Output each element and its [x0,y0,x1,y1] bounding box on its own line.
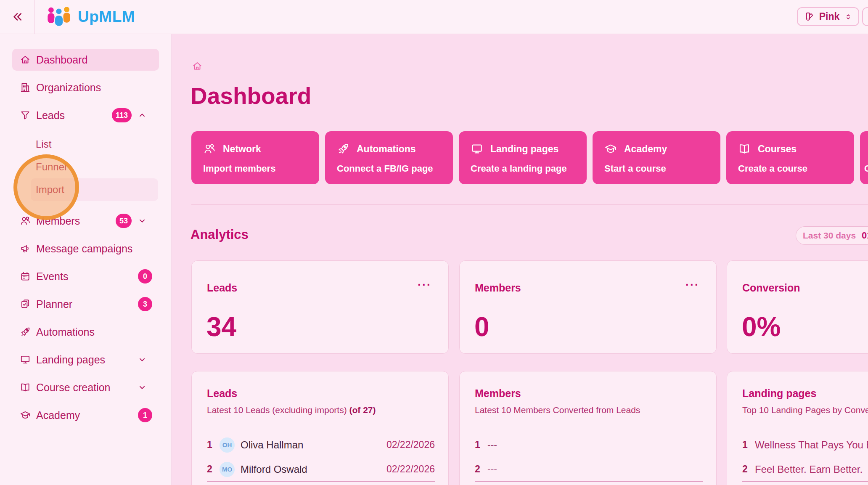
sidebar-item-landing-pages[interactable]: Landing pages [12,349,159,371]
card-menu-button[interactable]: ··· [685,279,699,291]
lead-row[interactable]: 2 MO Milford Oswald 02/22/2026 [207,457,435,482]
list-card-members: Members Latest 10 Members Converted from… [459,371,717,485]
chevron-down-icon [138,216,147,225]
sidebar-item-label: Landing pages [36,354,105,366]
sidebar-item-planner[interactable]: Planner 3 [12,293,159,315]
sidebar-subitem-label: Import [36,184,64,196]
avatar: MO [220,462,235,477]
topbar: UpMLM Pink [0,0,868,34]
sidebar-subitem-list[interactable]: List [31,133,158,156]
list-card-title: Members [475,387,521,400]
sidebar-item-label: Dashboard [36,54,87,66]
sidebar-collapse-button[interactable] [0,0,35,34]
section-divider [191,204,868,205]
quick-action-academy[interactable]: Academy Start a course [593,131,720,184]
leads-count-badge: 113 [112,108,132,122]
analytics-heading: Analytics [191,227,249,242]
row-number: 1 [475,439,483,451]
people-icon [203,143,216,155]
empty-value: --- [487,464,497,475]
avatar: OH [220,437,235,453]
upmlm-logo-icon [46,5,72,28]
graduation-cap-icon [604,143,617,155]
book-icon [738,143,751,155]
sidebar-item-dashboard[interactable]: Dashboard [12,49,159,71]
quick-action-title: Landing pages [490,143,558,155]
date-range-value: 01/2 [862,230,868,241]
lead-name: Milford Oswald [241,464,307,475]
sidebar-subitem-import[interactable]: Import [31,178,158,201]
date-range-selector[interactable]: Last 30 days 01/2 [796,226,868,245]
sidebar-item-events[interactable]: Events 0 [12,265,159,287]
sidebar-item-academy[interactable]: Academy 1 [12,404,159,426]
quick-action-landing-pages[interactable]: Landing pages Create a landing page [459,131,587,184]
list-card-title: Leads [207,387,237,400]
stat-label: Members [475,282,521,294]
theme-selector-button[interactable]: Pink [797,7,859,26]
list-card-leads: Leads Latest 10 Leads (excluding imports… [191,371,449,485]
list-card-title: Landing pages [742,387,816,400]
sidebar-item-course-creation[interactable]: Course creation [12,376,159,398]
card-menu-button[interactable]: ··· [418,279,431,291]
sidebar-item-label: Leads [36,109,65,122]
stat-value: 0% [742,311,781,342]
quick-action-subtitle: Connect a FB/IG page [337,163,433,174]
sidebar-item-leads[interactable]: Leads 113 [12,104,159,126]
sidebar-item-label: Members [36,215,80,227]
list-card-subtitle: Latest 10 Leads (excluding imports) (of … [207,405,376,415]
palette-icon [804,11,815,22]
member-row: 2 --- [475,457,703,482]
sidebar-item-automations[interactable]: Automations [12,321,159,343]
date-range-label: Last 30 days [803,231,856,241]
app-window: UpMLM Pink Dashboard Organizations Leads… [0,0,868,485]
breadcrumb-home-icon[interactable] [192,61,203,73]
page-title: Dashboard [191,82,311,109]
megaphone-icon [20,243,31,254]
empty-value: --- [487,439,497,451]
chevron-up-icon [138,111,147,120]
double-chevron-left-icon [11,11,24,23]
quick-action-courses[interactable]: Courses Create a course [726,131,854,184]
list-card-landing-pages: Landing pages Top 10 Landing Pages by Co… [727,371,868,485]
lead-name: Oliva Hallman [241,439,303,451]
list-card-subtitle: Latest 10 Members Converted from Leads [475,405,640,415]
sidebar-item-members[interactable]: Members 53 [12,210,159,232]
brand-name: UpMLM [78,8,135,26]
member-row: 1 --- [475,433,703,457]
planner-count-badge: 3 [138,297,152,311]
academy-count-badge: 1 [138,408,152,422]
rocket-icon [20,326,31,337]
quick-action-network[interactable]: Network Import members [191,131,319,184]
lead-date: 02/22/2026 [386,439,435,451]
funnel-icon [20,110,31,121]
row-number: 1 [207,439,215,451]
brand-logo[interactable]: UpMLM [46,5,135,28]
row-number: 2 [207,464,215,475]
monitor-icon [20,354,31,365]
quick-action-automations[interactable]: Automations Connect a FB/IG page [325,131,453,184]
sidebar-subitem-funnel[interactable]: Funnel [31,156,158,178]
chevron-down-icon [138,355,147,364]
sidebar-item-label: Automations [36,326,95,338]
stat-value: 0 [474,311,490,342]
landing-page-row[interactable]: 2 Feel Better. Earn Better. [742,457,868,482]
topbar-edge-button[interactable] [862,7,868,26]
quick-action-partial[interactable]: C [860,131,868,184]
landing-page-row[interactable]: 1 Wellness That Pays You Back [742,433,868,457]
monitor-icon [471,143,483,155]
quick-action-subtitle: C [864,163,868,174]
sidebar-item-organizations[interactable]: Organizations [12,77,159,98]
quick-action-title: Network [223,143,261,155]
sidebar-item-message-campaigns[interactable]: Message campaigns [12,238,159,260]
stat-value: 34 [206,311,236,342]
stat-label: Conversion [742,282,800,294]
sidebar-subitem-label: List [36,138,51,150]
sidebar-item-label: Planner [36,298,72,310]
quick-action-title: Automations [357,143,416,155]
stat-card-conversion: Conversion ··· 0% [727,260,868,354]
lead-row[interactable]: 1 OH Oliva Hallman 02/22/2026 [207,433,435,457]
sidebar-item-label: Academy [36,409,80,421]
sidebar-item-label: Events [36,270,68,283]
stat-label: Leads [207,282,237,294]
sidebar-item-label: Message campaigns [36,243,132,255]
